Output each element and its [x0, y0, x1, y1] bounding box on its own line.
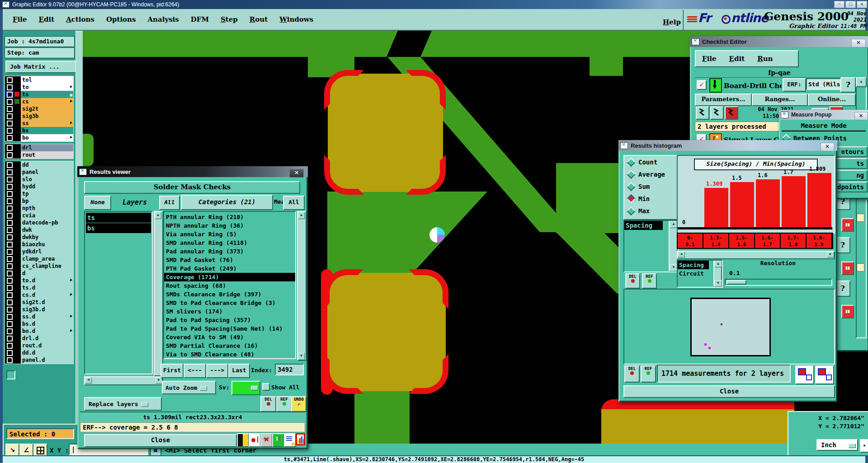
- layer-row-tol[interactable]: tol: [5, 76, 73, 84]
- prev-button[interactable]: <---: [184, 364, 206, 378]
- layer-row-sig2t[interactable]: sig2t: [5, 105, 73, 112]
- ref-button[interactable]: REF: [641, 365, 656, 383]
- layer-name[interactable]: sig3b.d: [21, 306, 73, 313]
- layer-row-rout[interactable]: rout: [5, 151, 73, 159]
- layer-name[interactable]: biaozhu: [21, 241, 73, 248]
- layer-checkbox[interactable]: [5, 284, 14, 291]
- checklist-menu-run[interactable]: Run: [757, 55, 773, 63]
- layer-checkbox[interactable]: [5, 248, 14, 255]
- layer-row-cs_clampline[interactable]: cs_clampline: [5, 262, 73, 270]
- slider-thumb[interactable]: [726, 280, 746, 285]
- layer-checkbox[interactable]: [5, 197, 14, 205]
- del-button[interactable]: DEL: [260, 396, 276, 412]
- layer-row-cvia[interactable]: cvia: [5, 212, 73, 219]
- rv-category-item[interactable]: SMD to Pad Clearance Bridge (3): [164, 299, 295, 307]
- layer-row-to[interactable]: to▶: [5, 84, 73, 91]
- layer-checkbox[interactable]: [5, 134, 14, 141]
- record-icon[interactable]: [249, 433, 261, 447]
- layer-checkbox[interactable]: [5, 212, 14, 219]
- layer-checkbox[interactable]: [5, 144, 14, 151]
- help-question-button[interactable]: ?: [835, 237, 850, 253]
- layer-row-bo.d[interactable]: bo.d▶: [5, 327, 73, 335]
- layer-row-bo[interactable]: bo▶: [5, 134, 73, 141]
- layer-row-sig3b.d[interactable]: sig3b.d: [5, 306, 73, 313]
- parameters-button[interactable]: Parameters...: [695, 94, 752, 106]
- undo-button[interactable]: UNDO↶: [291, 396, 307, 412]
- stat-option-max[interactable]: Max: [624, 205, 678, 217]
- layer-row-hydd[interactable]: hydd: [5, 183, 73, 190]
- layer-row-cs.d[interactable]: cs.d▶: [5, 291, 73, 299]
- layer-name[interactable]: ss▶: [21, 120, 73, 127]
- pause-icon[interactable]: ▮▮: [841, 218, 854, 232]
- layer-checkbox[interactable]: [5, 76, 14, 84]
- layer-name[interactable]: ydkdrl: [21, 248, 73, 255]
- layer-checkbox[interactable]: [5, 161, 14, 168]
- index-input[interactable]: 3492: [275, 364, 304, 375]
- layer-checkbox[interactable]: [5, 299, 14, 306]
- checklist-close-icon[interactable]: ×: [851, 39, 866, 47]
- layer-name[interactable]: drl.d: [21, 335, 73, 342]
- layer-checkbox[interactable]: [5, 313, 14, 320]
- histogram-close-icon[interactable]: ×: [821, 143, 834, 151]
- first-button[interactable]: First: [160, 364, 184, 378]
- layer-row-tp[interactable]: tp: [5, 190, 73, 197]
- layer-name[interactable]: rout: [21, 151, 73, 159]
- layer-row-slo[interactable]: slo: [5, 176, 73, 183]
- scroll-up-icon[interactable]: ▲: [155, 212, 161, 219]
- close-button[interactable]: ×: [857, 1, 867, 8]
- layer-name[interactable]: clamp_area: [21, 255, 73, 262]
- none-button[interactable]: None: [84, 196, 111, 210]
- layer-row-sig2t.d[interactable]: sig2t.d: [5, 299, 73, 306]
- layer-name[interactable]: bs.d: [21, 320, 73, 327]
- layer-checkbox[interactable]: [5, 105, 14, 112]
- layer-name[interactable]: rout.d: [21, 342, 73, 349]
- radio-diamond-icon[interactable]: [627, 182, 636, 191]
- menu-dfm[interactable]: DFM: [191, 15, 209, 23]
- layer-row-datecode-pb[interactable]: datecode-pb: [5, 219, 73, 226]
- layer-name[interactable]: bo▶: [21, 134, 73, 141]
- layer-row-bs.d[interactable]: bs.d: [5, 320, 73, 327]
- rv-h-scrollbar[interactable]: ◄ ►: [84, 376, 163, 385]
- notes-icon[interactable]: [284, 433, 296, 447]
- rv-category-item[interactable]: PTH annular Ring (218): [164, 213, 295, 221]
- rv-category-item[interactable]: SMDs Clearance Bridge (397): [164, 290, 295, 299]
- layer-name[interactable]: bo.d▶: [21, 327, 73, 335]
- layer-checkbox[interactable]: [5, 112, 14, 120]
- layer-checkbox[interactable]: [5, 320, 14, 327]
- measure-popup-close-icon[interactable]: ×: [854, 112, 868, 120]
- layer-row-biaozhu[interactable]: biaozhu: [5, 241, 73, 248]
- scroll-right-icon[interactable]: ►: [827, 252, 834, 257]
- layer-name[interactable]: tol: [21, 76, 73, 84]
- layer-name[interactable]: dd: [21, 161, 73, 168]
- scroll-left-icon[interactable]: ◄: [678, 252, 685, 257]
- meas-all-dropdown[interactable]: All: [283, 196, 305, 210]
- rv-category-item[interactable]: SMD Pad Gasket (76): [164, 256, 295, 264]
- run-action-icon[interactable]: [696, 106, 709, 120]
- layer-checkbox[interactable]: [5, 84, 14, 91]
- rv-layer-scrollbar[interactable]: ▲: [154, 211, 163, 376]
- layer-row-dwk[interactable]: dwk: [5, 226, 73, 234]
- minimize-button[interactable]: ─: [834, 1, 844, 8]
- ref-cross-icon[interactable]: REF×: [260, 433, 273, 447]
- layer-name[interactable]: hydd: [21, 183, 73, 190]
- layer-checkbox[interactable]: [5, 91, 14, 98]
- scroll-up-icon[interactable]: ▲: [714, 261, 722, 267]
- layer-name[interactable]: datecode-pb: [21, 219, 73, 226]
- layer-name[interactable]: npth: [21, 205, 73, 212]
- auto-zoom-dropdown[interactable]: Auto Zoom: [162, 381, 216, 394]
- radio-diamond-icon[interactable]: [627, 194, 636, 203]
- histogram-close-button[interactable]: Close: [623, 385, 835, 398]
- run-action-icon[interactable]: [710, 106, 724, 120]
- rv-category-item[interactable]: Rout spacing (68): [164, 281, 295, 290]
- last-button[interactable]: Last: [228, 364, 250, 378]
- layer-checkbox[interactable]: [5, 234, 14, 241]
- rv-category-scrollbar[interactable]: ▲ ▼: [297, 211, 307, 361]
- layer-name[interactable]: slo: [21, 176, 73, 183]
- layer-row-dd[interactable]: dd: [5, 161, 73, 168]
- layer-name[interactable]: panel.d: [21, 356, 73, 364]
- layer-name[interactable]: drl: [21, 144, 73, 151]
- rv-layer-item-ts[interactable]: ts: [86, 213, 151, 223]
- layer-row-sig3b[interactable]: sig3b: [5, 112, 73, 120]
- checklist-menu-edit[interactable]: Edit: [729, 55, 745, 63]
- menu-help[interactable]: Help: [663, 18, 681, 26]
